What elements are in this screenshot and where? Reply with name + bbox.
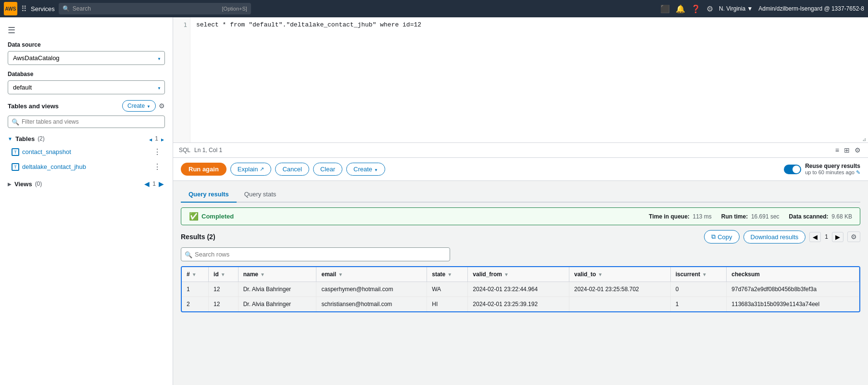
- database-label: Database: [8, 71, 165, 77]
- copy-icon: ⧉: [711, 233, 716, 241]
- sort-valid-to-icon[interactable]: ▼: [598, 272, 603, 277]
- editor-code[interactable]: select * from "default"."deltalake_conta…: [190, 17, 868, 142]
- views-section-row[interactable]: ▶ Views (0) ◀ 1 ▶: [8, 178, 165, 190]
- tables-views-header: Tables and views Create ⚙: [8, 100, 165, 112]
- tab-query-stats[interactable]: Query stats: [237, 187, 284, 203]
- settings-icon[interactable]: ⚙: [706, 4, 713, 13]
- tab-query-results[interactable]: Query results: [181, 187, 237, 203]
- global-search[interactable]: 🔍 [Option+S]: [59, 3, 251, 14]
- results-next-button[interactable]: ▶: [832, 232, 843, 242]
- results-prev-button[interactable]: ◀: [809, 232, 821, 242]
- editor-settings-button[interactable]: ⚙: [853, 145, 862, 155]
- help-icon[interactable]: ❓: [691, 4, 701, 13]
- results-settings-button[interactable]: ⚙: [847, 231, 860, 242]
- table-item-contact-snapshot[interactable]: T contact_snapshot ⋮: [8, 144, 165, 159]
- col-header-valid-to: valid_to ▼: [569, 267, 670, 282]
- completed-right: Time in queue: 113 ms Run time: 16.691 s…: [649, 213, 852, 220]
- results-header: Results (2) ⧉ Copy Download results ◀ 1 …: [181, 230, 860, 244]
- create-chevron: [147, 103, 151, 109]
- table-cell: [569, 297, 670, 312]
- tables-pagination: 1: [148, 135, 165, 142]
- database-select[interactable]: default: [8, 80, 165, 94]
- tables-prev-button[interactable]: [148, 135, 153, 142]
- cloud-shell-icon[interactable]: ⬛: [660, 4, 670, 13]
- download-button[interactable]: Download results: [743, 231, 806, 244]
- col-header-checksum: checksum: [727, 267, 859, 282]
- data-source-select-wrap: AwsDataCatalog: [8, 51, 165, 65]
- results-title: Results (2): [181, 233, 215, 241]
- wrap-text-button[interactable]: ≡: [834, 145, 841, 155]
- results-tbody: 112Dr. Alvia Bahringercasperhymen@hotmai…: [182, 282, 859, 312]
- results-area: Query results Query stats ✅ Completed Ti…: [173, 181, 868, 385]
- cursor-position: Ln 1, Col 1: [194, 147, 222, 154]
- toolbar-left: Run again Explain ↗ Cancel Clear Create: [181, 163, 385, 176]
- col-header-name: name ▼: [238, 267, 316, 282]
- tables-section-left: ▼ Tables (2): [8, 135, 45, 142]
- table-cell: 1: [670, 297, 727, 312]
- results-actions: ⧉ Copy Download results ◀ 1 ▶ ⚙: [704, 230, 860, 244]
- deltalake-more-button[interactable]: ⋮: [153, 162, 161, 171]
- views-next-button[interactable]: ▶: [158, 180, 165, 188]
- search-input[interactable]: [73, 5, 219, 12]
- contact-snapshot-more-button[interactable]: ⋮: [153, 147, 161, 156]
- table-cell: 12: [209, 282, 239, 297]
- col-header-state: state ▼: [427, 267, 468, 282]
- data-source-select[interactable]: AwsDataCatalog: [8, 51, 165, 65]
- sort-name-icon[interactable]: ▼: [260, 272, 265, 277]
- clear-button[interactable]: Clear: [313, 163, 342, 176]
- user-menu[interactable]: Admin/dzilberm-lsengard @ 1337-7652-8: [758, 5, 864, 12]
- views-section-label: Views: [14, 180, 32, 188]
- database-select-wrap: default: [8, 80, 165, 94]
- query-toolbar: Run again Explain ↗ Cancel Clear Create: [173, 158, 868, 181]
- table-name-deltalake: deltalake_contact_jhub: [22, 163, 86, 170]
- explain-button[interactable]: Explain ↗: [230, 163, 272, 176]
- table-icon-contact-snapshot: T: [12, 148, 19, 156]
- create-button[interactable]: Create: [346, 163, 385, 176]
- bell-icon[interactable]: 🔔: [676, 4, 685, 13]
- views-pagination: ◀ 1 ▶: [143, 180, 165, 188]
- table-cell: HI: [427, 297, 468, 312]
- nav-right: ⬛ 🔔 ❓ ⚙ N. Virginia ▼ Admin/dzilberm-lse…: [660, 4, 864, 13]
- filter-tables-input[interactable]: [8, 116, 165, 128]
- views-prev-button[interactable]: ◀: [143, 180, 151, 188]
- grid-icon[interactable]: ⠿: [21, 4, 27, 13]
- results-pagination: ◀ 1 ▶ ⚙: [809, 231, 860, 242]
- col-header-id: id ▼: [209, 267, 239, 282]
- format-button[interactable]: ⊞: [843, 145, 851, 155]
- run-again-button[interactable]: Run again: [181, 163, 226, 176]
- table-cell: 2024-02-01 23:25:58.702: [569, 282, 670, 297]
- edit-reuse-icon[interactable]: ✎: [856, 169, 860, 175]
- toolbar-right: Reuse query results up to 60 minutes ago…: [784, 163, 860, 176]
- results-table-wrap: # ▼ id ▼ name ▼ email ▼ state ▼ valid_fr…: [181, 266, 860, 312]
- table-cell: schristiansen@hotmail.com: [316, 297, 427, 312]
- tables-page: 1: [155, 135, 158, 142]
- sort-id-icon[interactable]: ▼: [221, 272, 226, 277]
- tables-settings-button[interactable]: ⚙: [159, 102, 165, 110]
- reuse-toggle-switch[interactable]: [784, 165, 801, 174]
- sort-num-icon[interactable]: ▼: [192, 272, 197, 277]
- cancel-button[interactable]: Cancel: [275, 163, 309, 176]
- sort-iscurrent-icon[interactable]: ▼: [702, 272, 707, 277]
- search-rows-input[interactable]: [181, 247, 450, 261]
- status-left: SQL Ln 1, Col 1: [179, 147, 222, 154]
- table-icon-deltalake: T: [12, 163, 19, 171]
- create-dropdown-icon: [374, 166, 378, 173]
- services-link[interactable]: Services: [31, 5, 55, 13]
- status-bar: SQL Ln 1, Col 1 ≡ ⊞ ⚙: [173, 143, 868, 158]
- sort-email-icon[interactable]: ▼: [338, 272, 343, 277]
- collapse-panel-button[interactable]: ☰: [8, 25, 15, 36]
- resize-handle[interactable]: ⊿: [862, 137, 868, 142]
- sort-valid-from-icon[interactable]: ▼: [504, 272, 509, 277]
- tables-section-row[interactable]: ▼ Tables (2) 1: [8, 133, 165, 144]
- tables-next-button[interactable]: [160, 135, 165, 142]
- table-cell: casperhymen@hotmail.com: [316, 282, 427, 297]
- create-table-button[interactable]: Create: [122, 100, 156, 112]
- region-selector[interactable]: N. Virginia ▼: [719, 5, 753, 12]
- copy-button[interactable]: ⧉ Copy: [704, 230, 739, 244]
- create-label: Create: [353, 166, 372, 173]
- sort-state-icon[interactable]: ▼: [447, 272, 452, 277]
- table-item-deltalake[interactable]: T deltalake_contact_jhub ⋮: [8, 159, 165, 174]
- table-cell: WA: [427, 282, 468, 297]
- table-cell: 97d767a2e9df08b0456b8b3fef3a: [727, 282, 859, 297]
- table-cell: 2024-02-01 23:25:39.192: [468, 297, 569, 312]
